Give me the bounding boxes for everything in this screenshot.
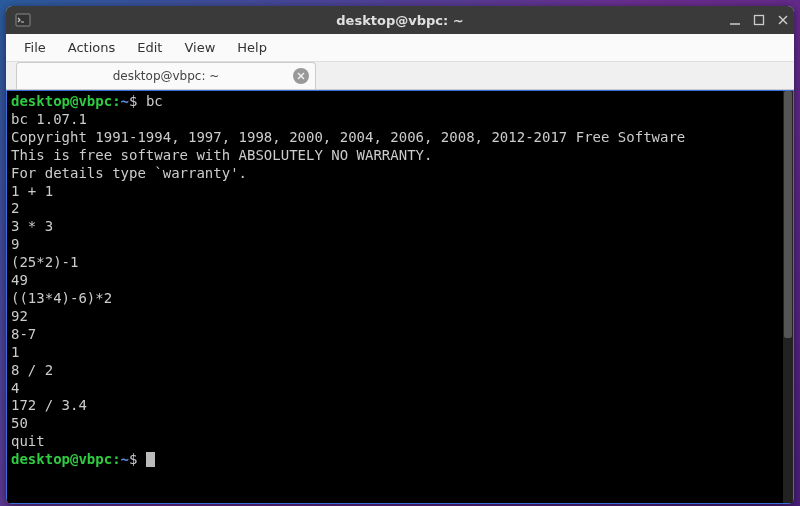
prompt-symbol: $: [129, 451, 137, 467]
scrollbar[interactable]: [783, 91, 793, 503]
output-line: 1 + 1: [11, 183, 789, 201]
close-button[interactable]: [776, 13, 790, 27]
terminal-tab[interactable]: desktop@vbpc: ~: [16, 62, 316, 89]
output-line: 2: [11, 200, 789, 218]
prompt-user: desktop@vbpc: [11, 93, 112, 109]
output-line: bc 1.07.1: [11, 111, 789, 129]
tab-close-button[interactable]: [293, 68, 309, 84]
prompt-line: desktop@vbpc:~$: [11, 451, 789, 469]
command-text: bc: [146, 93, 163, 109]
output-line: 9: [11, 236, 789, 254]
scrollbar-thumb[interactable]: [784, 91, 792, 338]
output-line: 1: [11, 344, 789, 362]
terminal-viewport[interactable]: desktop@vbpc:~$ bc bc 1.07.1 Copyright 1…: [6, 90, 794, 504]
output-line: For details type `warranty'.: [11, 165, 789, 183]
window-controls: [728, 6, 790, 34]
output-line: Copyright 1991-1994, 1997, 1998, 2000, 2…: [11, 129, 789, 147]
app-icon: [12, 9, 34, 31]
titlebar[interactable]: desktop@vbpc: ~: [6, 6, 794, 34]
tabbar: desktop@vbpc: ~: [6, 62, 794, 90]
menu-view[interactable]: View: [174, 36, 225, 59]
output-line: This is free software with ABSOLUTELY NO…: [11, 147, 789, 165]
minimize-button[interactable]: [728, 13, 742, 27]
menu-help[interactable]: Help: [227, 36, 277, 59]
menu-edit[interactable]: Edit: [127, 36, 172, 59]
prompt-user: desktop@vbpc: [11, 451, 112, 467]
prompt-symbol: $: [129, 93, 137, 109]
output-line: 8-7: [11, 326, 789, 344]
output-line: 92: [11, 308, 789, 326]
output-line: 8 / 2: [11, 362, 789, 380]
output-line: 50: [11, 415, 789, 433]
output-line: 49: [11, 272, 789, 290]
output-line: (25*2)-1: [11, 254, 789, 272]
menu-actions[interactable]: Actions: [58, 36, 126, 59]
maximize-button[interactable]: [752, 13, 766, 27]
menu-file[interactable]: File: [14, 36, 56, 59]
prompt-path: ~: [121, 451, 129, 467]
menubar: File Actions Edit View Help: [6, 34, 794, 62]
output-line: 172 / 3.4: [11, 397, 789, 415]
terminal-window: desktop@vbpc: ~ File Actions Edit View H…: [6, 6, 794, 504]
svg-rect-0: [16, 14, 30, 26]
window-title: desktop@vbpc: ~: [6, 13, 794, 28]
output-line: quit: [11, 433, 789, 451]
output-line: 4: [11, 380, 789, 398]
tab-label: desktop@vbpc: ~: [113, 69, 220, 83]
prompt-line: desktop@vbpc:~$ bc: [11, 93, 789, 111]
output-line: 3 * 3: [11, 218, 789, 236]
prompt-sep: :: [112, 93, 120, 109]
output-line: ((13*4)-6)*2: [11, 290, 789, 308]
prompt-sep: :: [112, 451, 120, 467]
prompt-path: ~: [121, 93, 129, 109]
cursor: [146, 452, 155, 467]
svg-rect-3: [755, 16, 764, 25]
